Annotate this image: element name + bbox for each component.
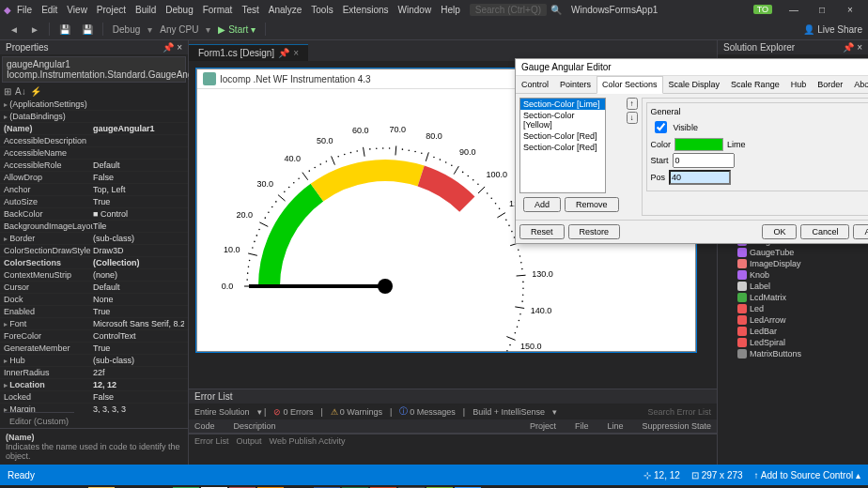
property-row[interactable]: InnerRadius22f xyxy=(0,367,188,379)
property-row[interactable]: CursorDefault xyxy=(0,282,188,294)
menu-file[interactable]: File xyxy=(17,5,32,15)
menu-debug[interactable]: Debug xyxy=(165,5,193,15)
menu-view[interactable]: View xyxy=(67,5,87,15)
property-row[interactable]: BackColor■ Control xyxy=(0,208,188,221)
platform-dropdown[interactable]: Any CPU xyxy=(156,23,202,36)
config-dropdown[interactable]: Debug xyxy=(109,23,144,36)
panel-pin-icon[interactable]: 📌 × xyxy=(163,42,182,53)
tree-item[interactable]: GaugeTube xyxy=(720,247,866,258)
property-row[interactable]: (ApplicationSettings) xyxy=(0,99,188,111)
start-button[interactable]: ▶ Start ▾ xyxy=(214,23,259,36)
cancel-button[interactable]: Cancel xyxy=(800,224,849,239)
tab-output[interactable]: Output xyxy=(237,436,262,446)
messages-filter[interactable]: ⓘ0 Messages xyxy=(399,405,456,418)
tree-item[interactable]: Knob xyxy=(720,269,866,281)
apply-button[interactable]: Apply xyxy=(853,224,868,239)
menu-help[interactable]: Help xyxy=(441,5,460,15)
tab-webpublish[interactable]: Web Publish Activity xyxy=(270,436,346,446)
add-button[interactable]: Add xyxy=(523,197,561,212)
tab-close-icon[interactable]: × xyxy=(293,48,299,58)
menu-window[interactable]: Window xyxy=(398,5,432,15)
quick-search[interactable]: Search (Ctrl+Q) xyxy=(470,4,547,16)
maximize-button[interactable]: □ xyxy=(808,5,836,15)
property-row[interactable]: ForeColorControlText xyxy=(0,330,188,343)
property-row[interactable]: BackgroundImageLayoutTile xyxy=(0,221,188,233)
ok-button[interactable]: OK xyxy=(762,224,797,239)
error-search[interactable]: Search Error List xyxy=(647,407,711,417)
menu-tools[interactable]: Tools xyxy=(311,5,333,15)
property-row[interactable]: GenerateMemberTrue xyxy=(0,343,188,355)
menu-project[interactable]: Project xyxy=(97,5,126,15)
tree-item[interactable]: LcdMatrix xyxy=(720,292,866,303)
tree-item[interactable]: LedSpiral xyxy=(720,337,866,348)
list-item[interactable]: Section-Color [Red] xyxy=(520,142,605,153)
restore-button[interactable]: Restore xyxy=(568,224,621,239)
start-field[interactable] xyxy=(673,153,735,168)
categorized-icon[interactable]: ⊞ xyxy=(4,86,11,97)
menu-analyze[interactable]: Analyze xyxy=(269,5,302,15)
tab-errorlist[interactable]: Error List xyxy=(194,436,229,446)
property-row[interactable]: ContextMenuStrip(none) xyxy=(0,269,188,282)
tree-item[interactable]: LedArrow xyxy=(720,314,866,326)
list-item[interactable]: Section-Color [Red] xyxy=(520,130,605,142)
nav-back-icon[interactable]: ◄ xyxy=(6,23,23,36)
menu-test[interactable]: Test xyxy=(241,5,258,15)
user-badge[interactable]: TO xyxy=(753,5,772,14)
tab-designer[interactable]: Form1.cs [Design]📌× xyxy=(189,44,308,61)
minimize-button[interactable]: — xyxy=(780,5,808,15)
alpha-icon[interactable]: A↓ xyxy=(15,86,26,97)
dialog-tab[interactable]: Control xyxy=(516,76,554,93)
errors-filter[interactable]: ⊘0 Errors xyxy=(273,407,313,417)
property-row[interactable]: LockedFalse xyxy=(0,391,188,404)
dialog-tab[interactable]: Pointers xyxy=(554,76,597,93)
warnings-filter[interactable]: ⚠0 Warnings xyxy=(331,407,382,417)
property-row[interactable]: Hub(sub-class) xyxy=(0,355,188,367)
dialog-tab[interactable]: Scale Display xyxy=(663,76,726,93)
property-row[interactable]: AutoSizeTrue xyxy=(0,196,188,208)
dialog-tab[interactable]: Scale Range xyxy=(725,76,785,93)
menu-build[interactable]: Build xyxy=(135,5,156,15)
search-icon[interactable]: 🔍 xyxy=(550,5,562,15)
gauge-angular-control[interactable]: 0.010.020.030.040.050.060.070.080.090.01… xyxy=(207,99,564,333)
property-row[interactable]: AnchorTop, Left xyxy=(0,184,188,196)
menu-edit[interactable]: Edit xyxy=(41,5,57,15)
menu-extensions[interactable]: Extensions xyxy=(343,5,389,15)
property-row[interactable]: ColorSections(Collection) xyxy=(0,257,188,269)
dialog-tab[interactable]: Hub xyxy=(785,76,813,93)
property-row[interactable]: (Name)gaugeAngular1 xyxy=(0,123,188,135)
property-row[interactable]: FontMicrosoft Sans Serif, 8.25pt xyxy=(0,318,188,330)
remove-button[interactable]: Remove xyxy=(565,197,619,212)
dialog-tab[interactable]: About xyxy=(848,76,868,93)
events-icon[interactable]: ⚡ xyxy=(30,86,41,97)
visible-checkbox[interactable] xyxy=(655,121,667,133)
tree-item[interactable]: ImageDisplay xyxy=(720,258,866,269)
tab-pin-icon[interactable]: 📌 xyxy=(278,48,289,58)
scope-dropdown[interactable]: Entire Solution xyxy=(194,407,250,417)
property-row[interactable]: EnabledTrue xyxy=(0,306,188,318)
reset-button[interactable]: Reset xyxy=(519,224,565,239)
save-all-icon[interactable]: 💾 xyxy=(78,23,97,36)
property-row[interactable]: AccessibleDescription xyxy=(0,135,188,147)
pos-field[interactable] xyxy=(669,170,731,185)
tree-item[interactable]: MatrixButtons xyxy=(720,348,866,359)
move-up-button[interactable]: ↑ xyxy=(627,98,638,110)
property-row[interactable]: AccessibleRoleDefault xyxy=(0,160,188,172)
property-row[interactable]: DockNone xyxy=(0,294,188,306)
property-row[interactable]: AllowDropFalse xyxy=(0,172,188,184)
color-picker[interactable] xyxy=(674,138,723,151)
build-filter[interactable]: Build + IntelliSense xyxy=(473,407,545,417)
list-item[interactable]: Section-Color [Yellow] xyxy=(520,110,605,130)
tree-item[interactable]: Label xyxy=(720,281,866,292)
property-row[interactable]: Location12, 12 xyxy=(0,379,188,391)
list-item[interactable]: Section-Color [Lime] xyxy=(520,99,605,110)
dialog-tab[interactable]: Color Sections xyxy=(597,76,663,94)
section-list[interactable]: Section-Color [Lime]Section-Color [Yello… xyxy=(519,98,606,193)
property-grid[interactable]: (ApplicationSettings)(DataBindings)(Name… xyxy=(0,99,188,413)
object-selector[interactable]: gaugeAngular1 Iocomp.Instrumentation.Sta… xyxy=(2,56,186,83)
property-row[interactable]: ColorSectionDrawStyleDraw3D xyxy=(0,245,188,257)
liveshare-button[interactable]: 👤 Live Share xyxy=(803,24,862,35)
source-control-button[interactable]: ↑ Add to Source Control ▴ xyxy=(754,470,860,480)
tree-item[interactable]: Led xyxy=(720,303,866,314)
save-icon[interactable]: 💾 xyxy=(55,23,74,36)
move-down-button[interactable]: ↓ xyxy=(627,112,638,124)
